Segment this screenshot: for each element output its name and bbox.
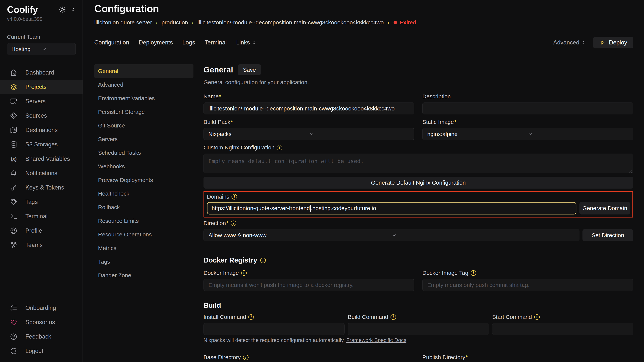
subnav-item-webhooks[interactable]: Webhooks [94, 160, 194, 173]
subnav-item-advanced[interactable]: Advanced [94, 78, 194, 91]
sidebar-item-profile[interactable]: Profile [0, 224, 82, 238]
subnav-item-rollback[interactable]: Rollback [94, 200, 194, 214]
start-command-label: Start Command [492, 314, 532, 320]
sidebar-item-destinations[interactable]: Destinations [0, 123, 82, 137]
tab-logs[interactable]: Logs [182, 39, 195, 46]
start-command-input[interactable] [492, 323, 633, 335]
database-icon [10, 141, 18, 148]
subnav-item-scheduled-tasks[interactable]: Scheduled Tasks [94, 146, 194, 160]
checklist-icon [10, 304, 18, 312]
server-icon [10, 98, 18, 105]
info-icon[interactable] [260, 258, 266, 263]
tab-links[interactable]: Links [236, 39, 256, 46]
theme-switch-chevrons-icon[interactable] [71, 7, 76, 12]
section-heading-build: Build [204, 302, 221, 310]
sidebar-item-notifications[interactable]: Notifications [0, 166, 82, 180]
subnav-item-healthcheck[interactable]: Healthcheck [94, 187, 194, 200]
chevron-down-icon [309, 131, 410, 137]
info-icon[interactable] [231, 221, 236, 226]
team-select[interactable]: Hosting [7, 43, 76, 55]
sidebar-item-terminal[interactable]: Terminal [0, 209, 82, 224]
sidebar-item-servers[interactable]: Servers [0, 94, 82, 109]
nginx-config-textarea[interactable] [204, 154, 633, 173]
subnav-item-tags[interactable]: Tags [94, 255, 194, 269]
build-pack-select[interactable]: Nixpacks [204, 128, 414, 140]
key-icon [10, 184, 18, 191]
subnav-item-metrics[interactable]: Metrics [94, 241, 194, 255]
sidebar-item-projects[interactable]: Projects [0, 80, 82, 94]
chevrons-up-down-icon [252, 40, 256, 45]
build-command-label: Build Command [348, 314, 388, 320]
breadcrumb-project[interactable]: illicitonion quote server [94, 19, 152, 26]
breadcrumb-separator [192, 19, 194, 26]
sidebar-item-s3-storages[interactable]: S3 Storages [0, 137, 82, 152]
subnav-item-danger-zone[interactable]: Danger Zone [94, 269, 194, 282]
subnav-item-servers[interactable]: Servers [94, 132, 194, 146]
subnav-item-general[interactable]: General [94, 64, 194, 78]
sidebar-item-feedback[interactable]: Feedback [0, 330, 82, 344]
heart-icon [10, 319, 18, 326]
info-icon[interactable] [248, 314, 254, 320]
subnav-item-persistent-storage[interactable]: Persistent Storage [94, 105, 194, 119]
variables-icon: (x) [10, 155, 18, 163]
set-direction-button[interactable]: Set Direction [582, 229, 633, 241]
docker-image-tag-label: Docker Image Tag [422, 270, 468, 276]
domains-highlight-box: Domains https://illicitonion-quote-serve… [204, 191, 633, 218]
advanced-dropdown[interactable]: Advanced [553, 39, 586, 46]
subnav-item-resource-limits[interactable]: Resource Limits [94, 214, 194, 228]
info-icon[interactable] [534, 314, 540, 320]
build-pack-label: Build Pack [204, 119, 233, 125]
config-subnav: General Advanced Environment Variables P… [94, 64, 194, 282]
deploy-button[interactable]: Deploy [593, 37, 634, 48]
sidebar-item-shared-variables[interactable]: (x) Shared Variables [0, 152, 82, 166]
theme-sun-icon[interactable] [59, 6, 66, 13]
tag-icon [10, 198, 18, 206]
generate-nginx-button[interactable]: Generate Default Nginx Configuration [204, 177, 633, 189]
app-logo: Coolify [7, 4, 59, 15]
sidebar-item-sponsor-us[interactable]: Sponsor us [0, 315, 82, 330]
docker-image-tag-input[interactable] [422, 279, 633, 291]
chevrons-up-down-icon [581, 40, 586, 45]
play-icon [599, 39, 606, 46]
sidebar-item-teams[interactable]: Teams [0, 238, 82, 252]
info-icon[interactable] [232, 194, 237, 200]
info-icon[interactable] [470, 270, 476, 276]
save-button[interactable]: Save [238, 64, 261, 75]
git-source-icon [10, 112, 18, 119]
tab-configuration[interactable]: Configuration [94, 39, 129, 46]
static-image-select[interactable]: nginx:alpine [422, 128, 633, 140]
app-version: v4.0.0-beta.399 [7, 16, 76, 22]
description-input[interactable] [422, 102, 633, 114]
static-image-label: Static Image [422, 119, 456, 125]
info-icon[interactable] [390, 314, 396, 320]
domains-input[interactable]: https://illicitonion-quote-server-fronte… [207, 202, 576, 214]
info-icon[interactable] [277, 145, 282, 150]
info-icon[interactable] [241, 270, 247, 276]
subnav-item-git-source[interactable]: Git Source [94, 119, 194, 132]
direction-select[interactable]: Allow www & non-www. [204, 229, 580, 241]
tab-deployments[interactable]: Deployments [138, 39, 173, 46]
breadcrumb-environment[interactable]: production [162, 19, 188, 26]
breadcrumb-application[interactable]: illicitestonion/-module--decomposition:m… [198, 19, 384, 26]
sidebar-item-tags[interactable]: Tags [0, 195, 82, 209]
subnav-item-preview-deployments[interactable]: Preview Deployments [94, 173, 194, 187]
build-command-input[interactable] [348, 323, 489, 335]
breadcrumb: illicitonion quote server production ill… [94, 19, 633, 26]
breadcrumb-separator [156, 19, 158, 26]
framework-docs-link[interactable]: Framework Specific Docs [346, 337, 406, 343]
sidebar-item-dashboard[interactable]: Dashboard [0, 65, 82, 80]
subnav-item-resource-operations[interactable]: Resource Operations [94, 228, 194, 241]
install-command-input[interactable] [204, 323, 344, 335]
subnav-item-environment-variables[interactable]: Environment Variables [94, 91, 194, 105]
sidebar-item-logout[interactable]: Logout [0, 344, 82, 358]
name-input[interactable] [204, 102, 414, 114]
sidebar-item-keys-tokens[interactable]: Keys & Tokens [0, 180, 82, 195]
section-heading-docker-registry: Docker Registry [204, 256, 257, 264]
docker-image-input[interactable] [204, 279, 414, 291]
tab-terminal[interactable]: Terminal [205, 39, 227, 46]
teams-icon [10, 241, 18, 249]
sidebar-item-onboarding[interactable]: Onboarding [0, 301, 82, 315]
generate-domain-button[interactable]: Generate Domain [580, 202, 630, 214]
info-icon[interactable] [243, 355, 248, 360]
sidebar-item-sources[interactable]: Sources [0, 109, 82, 123]
